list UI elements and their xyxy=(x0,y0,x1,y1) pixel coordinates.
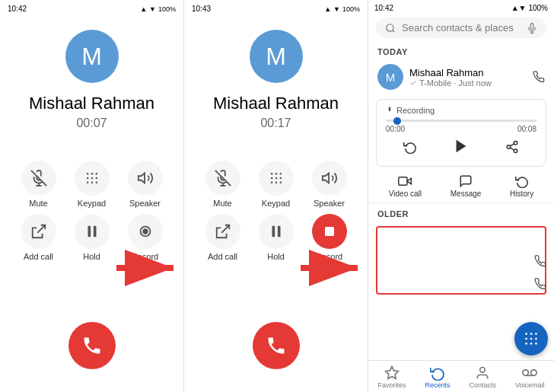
avatar-2: M xyxy=(250,30,303,83)
svg-point-24 xyxy=(279,173,282,175)
hold-icon-2 xyxy=(259,214,294,249)
search-bar[interactable]: Search contacts & places xyxy=(376,18,546,38)
section-today: TODAY xyxy=(368,41,554,59)
svg-point-49 xyxy=(525,333,527,335)
call-duration-1: 00:07 xyxy=(76,116,107,130)
avatar-1: M xyxy=(65,30,119,83)
search-icon xyxy=(385,23,396,33)
svg-point-37 xyxy=(387,24,393,30)
message-action[interactable]: Message xyxy=(451,174,482,198)
svg-point-11 xyxy=(95,182,97,184)
end-call-button-1[interactable] xyxy=(68,322,116,369)
wifi-icon-2: ▼ xyxy=(333,5,340,13)
add-call-label-2: Add call xyxy=(208,252,237,261)
add-call-icon-2 xyxy=(205,214,240,249)
battery-2: 100% xyxy=(342,5,360,13)
nav-voicemail[interactable]: Voicemail xyxy=(515,365,545,389)
recording-title: Recording xyxy=(386,106,536,115)
nav-contacts[interactable]: Contacts xyxy=(469,365,496,389)
recording-card: Recording 00:00 00:08 xyxy=(376,99,546,167)
svg-point-8 xyxy=(95,177,97,180)
hold-label-2: Hold xyxy=(267,252,285,261)
arrow-2 xyxy=(301,249,369,287)
recents-nav-icon xyxy=(430,365,445,381)
nav-contacts-label: Contacts xyxy=(469,381,496,389)
mute-icon-2 xyxy=(205,161,240,196)
svg-marker-31 xyxy=(322,174,328,183)
svg-point-50 xyxy=(530,333,533,335)
add-call-button-1[interactable]: Add call xyxy=(12,214,65,261)
older-contacts-box xyxy=(376,226,546,295)
speaker-button-2[interactable]: Speaker xyxy=(303,161,356,208)
svg-point-54 xyxy=(535,338,537,340)
nav-favorites-label: Favorites xyxy=(377,381,406,389)
speaker-button-1[interactable]: Speaker xyxy=(119,161,172,208)
call-actions-2: Mute Keypad Speaker xyxy=(196,161,356,261)
svg-line-38 xyxy=(393,30,395,32)
bottom-nav: Favorites Recents Contacts Voicemail xyxy=(368,360,554,392)
time-3: 10:42 xyxy=(374,4,393,12)
svg-point-23 xyxy=(275,173,277,175)
dial-icon xyxy=(523,330,540,347)
signal-icon-3: ▲▼ xyxy=(511,4,527,12)
contact-sub: T-Mobile · Just now xyxy=(409,78,527,88)
message-icon xyxy=(459,174,473,188)
svg-point-26 xyxy=(275,177,277,180)
mute-button-2[interactable]: Mute xyxy=(196,161,250,208)
history-action[interactable]: History xyxy=(510,174,533,198)
quick-actions: Video call Message History xyxy=(368,171,554,203)
search-placeholder: Search contacts & places xyxy=(402,22,521,33)
dial-fab[interactable] xyxy=(514,322,548,355)
svg-point-25 xyxy=(270,177,272,180)
svg-point-53 xyxy=(530,338,533,340)
contact-row[interactable]: M Mishaal Rahman T-Mobile · Just now xyxy=(368,59,554,94)
phone-icon-contact xyxy=(533,71,545,83)
keypad-button-2[interactable]: Keypad xyxy=(250,161,303,208)
hold-button-2[interactable]: Hold xyxy=(250,214,303,261)
panel1: 10:42 ▲ ▼ 100% M Mishaal Rahman 00:07 Mu… xyxy=(0,0,184,392)
add-call-icon-1 xyxy=(21,214,56,249)
svg-marker-12 xyxy=(138,174,144,183)
svg-point-60 xyxy=(523,370,529,376)
svg-point-9 xyxy=(86,182,88,184)
svg-point-30 xyxy=(279,182,282,184)
play-icon[interactable] xyxy=(453,138,470,158)
add-call-label-1: Add call xyxy=(24,252,53,261)
video-icon xyxy=(398,174,412,188)
mic-icon xyxy=(527,23,537,33)
share-icon[interactable] xyxy=(505,140,519,157)
hold-button-1[interactable]: Hold xyxy=(65,214,119,261)
hold-icon-1 xyxy=(75,214,110,249)
nav-favorites[interactable]: Favorites xyxy=(377,365,406,389)
contact-info: Mishaal Rahman T-Mobile · Just now xyxy=(409,67,527,88)
mute-label-2: Mute xyxy=(213,199,231,208)
svg-point-10 xyxy=(91,182,93,184)
svg-line-46 xyxy=(510,143,514,145)
end-call-button-2[interactable] xyxy=(253,322,300,369)
svg-marker-41 xyxy=(457,140,466,153)
history-icon xyxy=(515,174,529,188)
svg-point-16 xyxy=(142,228,148,234)
add-call-button-2[interactable]: Add call xyxy=(196,214,250,261)
mute-button-1[interactable]: Mute xyxy=(12,161,65,208)
checkmark-icon xyxy=(409,79,417,87)
panel2: 10:43 ▲ ▼ 100% M Mishaal Rahman 00:17 Mu… xyxy=(184,0,368,392)
caller-name-2: Mishaal Rahman xyxy=(213,94,339,113)
recording-time-end: 00:08 xyxy=(517,125,536,133)
video-call-action[interactable]: Video call xyxy=(389,174,422,198)
svg-marker-58 xyxy=(386,367,399,379)
svg-point-56 xyxy=(530,343,533,345)
speaker-icon-1 xyxy=(128,161,163,196)
svg-rect-48 xyxy=(399,177,407,186)
svg-rect-32 xyxy=(272,226,275,237)
keypad-button-1[interactable]: Keypad xyxy=(65,161,119,208)
replay-icon[interactable] xyxy=(403,140,417,157)
panel3: 10:42 ▲▼ 100% Search contacts & places T… xyxy=(368,0,554,392)
arrow-1 xyxy=(116,249,185,287)
call-actions-1: Mute Keypad Speaker xyxy=(12,161,172,261)
nav-recents[interactable]: Recents xyxy=(425,365,450,389)
wifi-icon-1: ▼ xyxy=(149,5,156,13)
contact-avatar: M xyxy=(377,64,403,90)
contact-name: Mishaal Rahman xyxy=(409,67,527,78)
older-phone-icons xyxy=(534,255,546,290)
